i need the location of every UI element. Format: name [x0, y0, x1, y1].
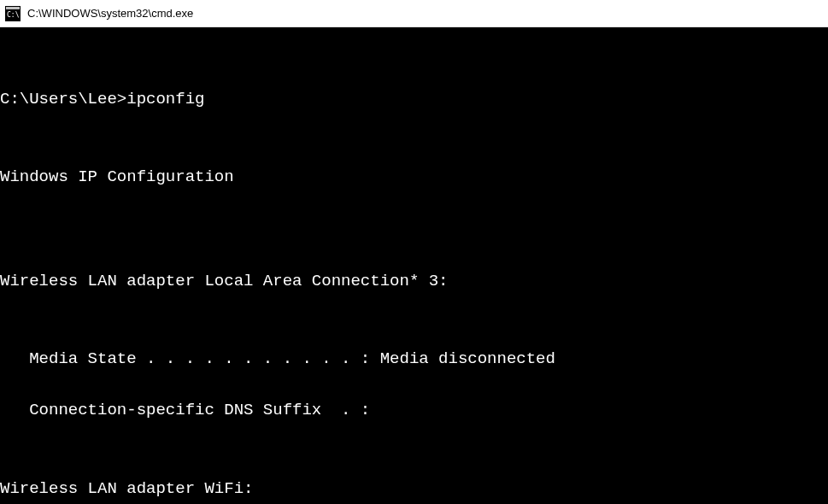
window-titlebar[interactable]: C:\ C:\WINDOWS\system32\cmd.exe	[0, 0, 828, 27]
svg-text:C:\: C:\	[7, 11, 20, 19]
adapter2-title: Wireless LAN adapter WiFi:	[0, 476, 828, 501]
adapter1-title: Wireless LAN adapter Local Area Connecti…	[0, 268, 828, 294]
adapter1-media-state: Media State . . . . . . . . . . . : Medi…	[0, 346, 828, 372]
window-title: C:\WINDOWS\system32\cmd.exe	[27, 7, 193, 20]
svg-rect-1	[6, 7, 20, 9]
prompt-line: C:\Users\Lee>ipconfig	[0, 86, 828, 112]
ipconfig-header: Windows IP Configuration	[0, 164, 828, 190]
adapter1-dns-suffix: Connection-specific DNS Suffix . :	[0, 397, 828, 423]
terminal-output[interactable]: C:\Users\Lee>ipconfig Windows IP Configu…	[0, 27, 828, 504]
cmd-icon: C:\	[5, 6, 21, 21]
